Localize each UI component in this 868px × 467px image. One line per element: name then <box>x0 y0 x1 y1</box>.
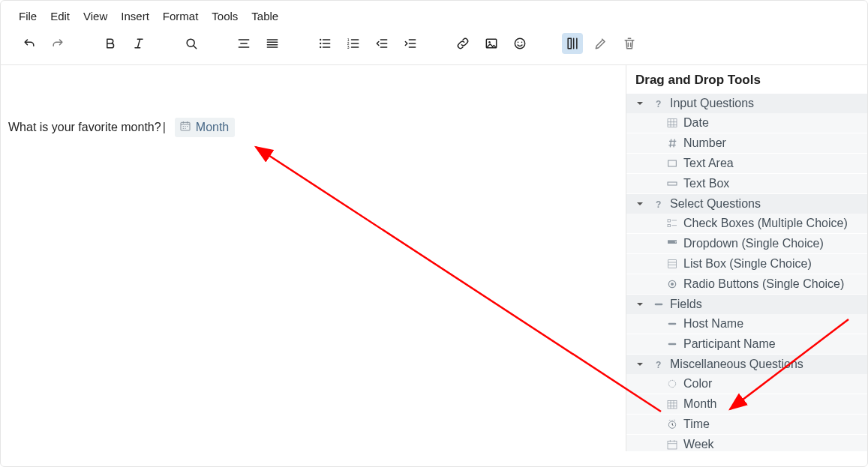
svg-point-24 <box>671 283 674 286</box>
menu-format[interactable]: Format <box>163 10 199 22</box>
svg-text:?: ? <box>656 99 661 109</box>
svg-text:?: ? <box>656 360 661 370</box>
svg-rect-25 <box>655 304 663 306</box>
item-host-name[interactable]: Host Name <box>626 314 867 334</box>
group-misc-questions[interactable]: ? Miscellaneous Questions <box>626 355 867 374</box>
item-label: Week <box>683 438 714 451</box>
caret-down-icon <box>635 99 644 108</box>
question-icon: ? <box>652 358 665 371</box>
svg-rect-26 <box>668 323 677 325</box>
week-icon <box>665 438 679 451</box>
indent-button[interactable] <box>400 33 421 54</box>
svg-text:3: 3 <box>347 45 350 49</box>
item-time[interactable]: Time <box>626 415 867 435</box>
item-month[interactable]: Month <box>626 394 867 415</box>
item-participant-name[interactable]: Participant Name <box>626 334 867 355</box>
outdent-button[interactable] <box>371 33 392 54</box>
svg-point-10 <box>518 42 519 43</box>
align-justify-button[interactable] <box>262 33 283 54</box>
item-date[interactable]: Date <box>626 113 867 133</box>
item-check-boxes[interactable]: Check Boxes (Multiple Choice) <box>626 214 867 234</box>
svg-rect-32 <box>668 441 677 449</box>
caret-down-icon <box>635 199 644 208</box>
edit-button[interactable] <box>590 33 611 54</box>
search-button[interactable] <box>181 33 202 54</box>
svg-rect-20 <box>668 224 670 226</box>
item-text-area[interactable]: Text Area <box>626 154 867 174</box>
menu-insert[interactable]: Insert <box>121 10 149 22</box>
svg-point-1 <box>320 39 321 40</box>
item-color[interactable]: Color <box>626 374 867 394</box>
color-icon <box>665 377 679 391</box>
item-label: Host Name <box>683 317 743 331</box>
svg-rect-12 <box>568 38 571 48</box>
bold-button[interactable] <box>100 33 121 54</box>
inserted-month-field[interactable]: Month <box>175 118 235 137</box>
item-dropdown[interactable]: Dropdown (Single Choice) <box>626 234 867 254</box>
radio-icon <box>665 277 679 291</box>
bullet-list-button[interactable] <box>314 33 335 54</box>
image-button[interactable] <box>481 33 502 54</box>
group-select-questions[interactable]: ? Select Questions <box>626 194 867 214</box>
svg-point-9 <box>515 38 524 48</box>
item-radio-buttons[interactable]: Radio Buttons (Single Choice) <box>626 274 867 295</box>
text-cursor: | <box>163 121 166 134</box>
calendar-icon <box>179 120 191 135</box>
item-label: Text Box <box>683 177 729 190</box>
item-list-box[interactable]: List Box (Single Choice) <box>626 254 867 274</box>
item-label: Radio Buttons (Single Choice) <box>683 277 844 291</box>
item-label: Number <box>683 136 726 150</box>
field-icon <box>652 298 665 311</box>
main-area: What is your favorite month? | Month Dra… <box>1 64 867 451</box>
align-center-button[interactable] <box>233 33 254 54</box>
svg-rect-15 <box>668 119 677 127</box>
numbered-list-button[interactable]: 123 <box>343 33 364 54</box>
menu-view[interactable]: View <box>83 10 107 22</box>
item-number[interactable]: Number <box>626 133 867 154</box>
inserted-field-label: Month <box>196 121 229 134</box>
field-icon <box>665 337 679 351</box>
editor-canvas[interactable]: What is your favorite month? | Month <box>1 65 626 451</box>
dropdown-icon <box>665 237 679 250</box>
group-input-questions[interactable]: ? Input Questions <box>626 94 867 113</box>
svg-rect-27 <box>668 343 677 346</box>
field-icon <box>665 317 679 331</box>
textbox-icon <box>665 177 679 190</box>
italic-button[interactable] <box>128 33 149 54</box>
undo-button[interactable] <box>19 33 40 54</box>
clock-icon <box>665 418 679 431</box>
caret-down-icon <box>635 360 644 369</box>
svg-text:?: ? <box>656 199 661 210</box>
svg-point-3 <box>320 46 321 48</box>
svg-point-11 <box>521 42 523 43</box>
menu-file[interactable]: File <box>19 10 37 22</box>
menu-table[interactable]: Table <box>251 10 278 22</box>
item-label: List Box (Single Choice) <box>683 257 812 271</box>
group-label: Input Questions <box>670 97 754 110</box>
svg-point-8 <box>488 41 491 43</box>
item-week[interactable]: Week <box>626 435 867 451</box>
link-button[interactable] <box>452 33 473 54</box>
item-label: Dropdown (Single Choice) <box>683 237 824 250</box>
item-label: Check Boxes (Multiple Choice) <box>683 217 848 230</box>
app-window: File Edit View Insert Format Tools Table <box>0 0 868 467</box>
date-grid-icon <box>665 116 679 130</box>
textarea-icon <box>665 157 679 170</box>
item-label: Participant Name <box>683 337 776 351</box>
svg-rect-17 <box>668 182 677 185</box>
item-text-box[interactable]: Text Box <box>626 174 867 194</box>
caret-down-icon <box>635 300 644 309</box>
emoji-button[interactable] <box>509 33 530 54</box>
menu-edit[interactable]: Edit <box>50 10 70 22</box>
listbox-icon <box>665 257 679 271</box>
form-tools-button[interactable] <box>562 33 583 54</box>
item-label: Month <box>683 397 716 411</box>
question-icon: ? <box>652 97 665 110</box>
delete-button[interactable] <box>619 33 640 54</box>
menu-tools[interactable]: Tools <box>212 10 238 22</box>
redo-button[interactable] <box>47 33 68 54</box>
group-fields[interactable]: Fields <box>626 295 867 314</box>
editor-line: What is your favorite month? | Month <box>8 118 618 137</box>
svg-rect-16 <box>668 160 677 166</box>
toolbar: 123 <box>1 28 867 64</box>
